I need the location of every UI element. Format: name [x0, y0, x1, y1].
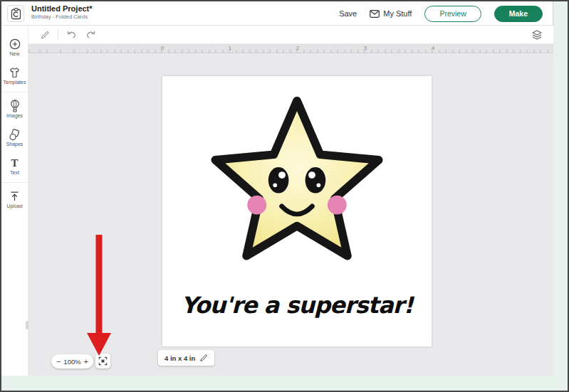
redo-icon — [85, 30, 96, 39]
star-image[interactable] — [202, 86, 392, 277]
canvas-size-label: 4 in x 4 in — [165, 354, 195, 362]
sidebar-item-label: Upload — [6, 203, 22, 208]
redo-button[interactable] — [84, 28, 97, 41]
zoom-level: 100% — [63, 358, 80, 366]
project-title: Untitled Project* — [31, 4, 93, 14]
ruler-mark: 1 — [229, 45, 231, 51]
make-button[interactable]: Make — [494, 6, 543, 22]
text-t-icon: T — [11, 157, 18, 169]
card-artboard[interactable]: You're a superstar! — [162, 76, 432, 346]
zoom-out-button[interactable]: − — [56, 358, 61, 366]
ruler-mark: 2 — [296, 45, 299, 51]
zoom-in-button[interactable]: + — [84, 358, 88, 366]
sidebar-item-label: Text — [10, 170, 19, 175]
fit-screen-icon — [98, 356, 108, 366]
project-title-block: Untitled Project* Birthday - Folded Card… — [31, 4, 93, 21]
ruler-mark: 3 — [364, 45, 367, 51]
sidebar-item-upload[interactable]: Upload — [1, 185, 28, 213]
sidebar-divider — [1, 92, 28, 92]
my-stuff-button[interactable]: My Stuff — [370, 9, 412, 18]
save-button[interactable]: Save — [339, 9, 357, 18]
app-window-frame: Untitled Project* Birthday - Folded Card… — [0, 0, 569, 392]
my-stuff-label: My Stuff — [383, 9, 412, 18]
sidebar-item-templates[interactable]: Templates — [1, 61, 28, 90]
machine-clipboard-icon — [11, 8, 21, 20]
edit-pencil-icon — [199, 354, 208, 362]
sidebar-item-label: Templates — [4, 80, 26, 85]
zoom-to-fit-button[interactable] — [95, 354, 110, 369]
horizontal-ruler: 0 1 2 3 4 — [28, 44, 553, 53]
balloon-icon — [10, 100, 20, 112]
sidebar-item-label: Shapes — [6, 142, 24, 147]
sidebar-item-shapes[interactable]: Shapes — [1, 123, 28, 152]
cricut-logo-button[interactable] — [7, 5, 24, 22]
preview-button[interactable]: Preview — [424, 6, 481, 22]
toolbar-divider — [58, 30, 58, 40]
layers-icon — [531, 29, 543, 41]
sidebar-item-label: Images — [6, 113, 23, 118]
edit-toolbar — [28, 26, 553, 44]
sidebar-item-images[interactable]: Images — [1, 95, 28, 123]
sidebar-item-new[interactable]: New — [1, 33, 28, 61]
save-label: Save — [339, 9, 357, 18]
top-bar-actions: Save My Stuff Preview Make — [339, 1, 543, 26]
sidebar-item-text[interactable]: T Text — [1, 152, 28, 180]
edit-pencil-button[interactable] — [38, 28, 51, 41]
sidebar-divider — [1, 182, 28, 183]
undo-button[interactable] — [65, 28, 78, 41]
upload-icon — [9, 190, 20, 203]
top-bar: Untitled Project* Birthday - Folded Card… — [1, 1, 553, 26]
design-app-window: Untitled Project* Birthday - Folded Card… — [1, 1, 553, 376]
project-subtitle: Birthday - Folded Cards — [31, 14, 93, 21]
ruler-mark: 4 — [432, 45, 434, 51]
sidebar-item-label: New — [9, 51, 19, 56]
tshirt-icon — [9, 66, 21, 79]
card-text[interactable]: You're a superstar! — [162, 292, 432, 319]
undo-icon — [66, 30, 77, 39]
shapes-icon — [9, 128, 21, 141]
zoom-control: − 100% + — [51, 354, 93, 369]
ruler-mark: 0 — [161, 45, 164, 51]
canvas-size-button[interactable]: 4 in x 4 in — [158, 350, 214, 366]
pencil-icon — [40, 30, 50, 40]
layers-button[interactable] — [531, 28, 543, 41]
envelope-icon — [370, 9, 380, 18]
sidebar: New Templates Images Shapes — [1, 26, 28, 376]
plus-circle-icon — [9, 38, 21, 51]
